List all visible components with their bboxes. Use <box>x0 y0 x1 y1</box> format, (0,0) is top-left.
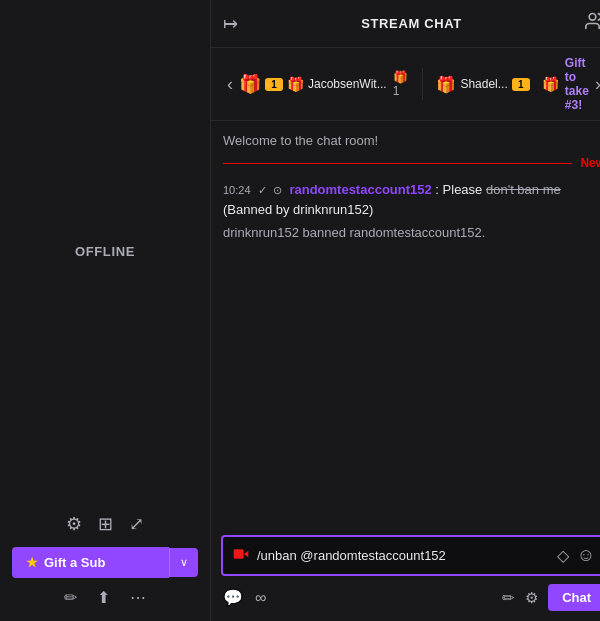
upload-icon[interactable]: ⬆ <box>97 588 110 607</box>
camera-icon <box>233 546 249 566</box>
gift-badge-num-1: 1 <box>265 78 283 91</box>
gift-take-label: Gift to take #3! <box>565 56 589 112</box>
gift-divider <box>422 68 423 100</box>
chat-input-box: ◇ ☺ <box>221 535 600 576</box>
gift-sub-dropdown-button[interactable]: ∨ <box>169 548 198 577</box>
settings-icon[interactable]: ⚙ <box>66 513 82 535</box>
gift-badge-num-2: 1 <box>512 78 530 91</box>
sidebar-icons-row: ⚙ ⊞ ⤢ <box>12 513 198 539</box>
svg-point-0 <box>589 14 596 21</box>
gift-item-2: 🎁 Shadel... 1 🎁 Gift to take #3! <box>436 56 589 112</box>
chat-nav-icon[interactable]: ↦ <box>223 13 238 35</box>
chat-input[interactable] <box>257 548 549 563</box>
message-time: 10:24 <box>223 184 251 196</box>
chat-input-area: ◇ ☺ 💬 ∞ ✏ ⚙ Chat <box>211 527 600 621</box>
gift-next-button[interactable]: › <box>589 74 600 95</box>
expand-icon[interactable]: ⤢ <box>129 513 144 535</box>
chat-bottom-bar: 💬 ∞ ✏ ⚙ Chat <box>221 584 600 611</box>
chat-bubble-icon[interactable]: 💬 <box>223 588 243 607</box>
gift-take-icon: 🎁 <box>542 76 559 92</box>
chat-bottom-left-icons: 💬 ∞ <box>223 588 278 607</box>
chat-panel: ↦ STREAM CHAT ‹ 🎁 1 🎁 JacobsenWit... 🎁 1 <box>210 0 600 621</box>
emoji-icon[interactable]: ☺ <box>577 545 595 566</box>
layout-icon[interactable]: ⊞ <box>98 513 113 535</box>
welcome-message: Welcome to the chat room! <box>223 133 600 148</box>
offline-label: OFFLINE <box>0 0 210 503</box>
gift-item-1: 🎁 1 🎁 JacobsenWit... 🎁 1 <box>239 70 408 98</box>
sidebar-bottom: ⚙ ⊞ ⤢ ★ Gift a Sub ∨ ✏ ⬆ ⋯ <box>0 503 210 621</box>
chat-title: STREAM CHAT <box>361 16 462 31</box>
ban-notice: drinknrun152 banned randomtestaccount152… <box>223 223 600 243</box>
star-icon: ★ <box>26 555 38 570</box>
chat-bottom-right-icons: ✏ ⚙ Chat <box>502 584 600 611</box>
pencil-bottom-icon[interactable]: ✏ <box>502 589 515 607</box>
chat-send-icons: ◇ ☺ <box>557 545 595 566</box>
more-icon[interactable]: ⋯ <box>130 588 146 607</box>
chat-messages: Welcome to the chat room! New 10:24 ✓ ⊙ … <box>211 121 600 527</box>
chat-button[interactable]: Chat <box>548 584 600 611</box>
gift-sub-label: Gift a Sub <box>44 555 105 570</box>
pencil-icon[interactable]: ✏ <box>64 588 77 607</box>
chat-message-1: 10:24 ✓ ⊙ randomtestaccount152 : Please … <box>223 180 600 219</box>
infinity-icon[interactable]: ∞ <box>255 589 266 607</box>
user2-name: Shadel... <box>460 77 507 91</box>
user1-name: JacobsenWit... <box>308 77 387 91</box>
users-icon[interactable] <box>585 11 600 36</box>
message-text-before: : Please <box>435 182 486 197</box>
gift-prev-button[interactable]: ‹ <box>221 74 239 95</box>
new-label: New <box>580 156 600 170</box>
new-messages-divider: New <box>223 156 600 170</box>
gift-banner: ‹ 🎁 1 🎁 JacobsenWit... 🎁 1 🎁 Shadel... 1… <box>211 48 600 121</box>
gear-bottom-icon[interactable]: ⚙ <box>525 589 538 607</box>
message-username[interactable]: randomtestaccount152 <box>289 182 431 197</box>
check-icon: ✓ <box>258 184 267 196</box>
user1-count: 🎁 1 <box>393 70 408 98</box>
sidebar: OFFLINE ⚙ ⊞ ⤢ ★ Gift a Sub ∨ ✏ ⬆ ⋯ <box>0 0 210 621</box>
chat-header: ↦ STREAM CHAT <box>211 0 600 48</box>
svg-rect-1 <box>234 549 244 558</box>
gift-items: 🎁 1 🎁 JacobsenWit... 🎁 1 🎁 Shadel... 1 🎁… <box>239 56 589 112</box>
message-text-strike: don't ban me <box>486 182 561 197</box>
user1-gift-icon: 🎁 <box>287 76 304 92</box>
user2-gift-icon: 🎁 <box>436 75 456 94</box>
diamond-icon[interactable]: ◇ <box>557 546 569 565</box>
clock-icon: ⊙ <box>273 184 282 196</box>
gift-sub-button[interactable]: ★ Gift a Sub <box>12 547 169 578</box>
new-divider-line <box>223 163 572 164</box>
sidebar-action-row: ✏ ⬆ ⋯ <box>12 586 198 607</box>
message-text-after: (Banned by drinknrun152) <box>223 202 373 217</box>
gift-sub-row: ★ Gift a Sub ∨ <box>12 547 198 578</box>
gift-badge-1: 🎁 <box>239 73 261 95</box>
